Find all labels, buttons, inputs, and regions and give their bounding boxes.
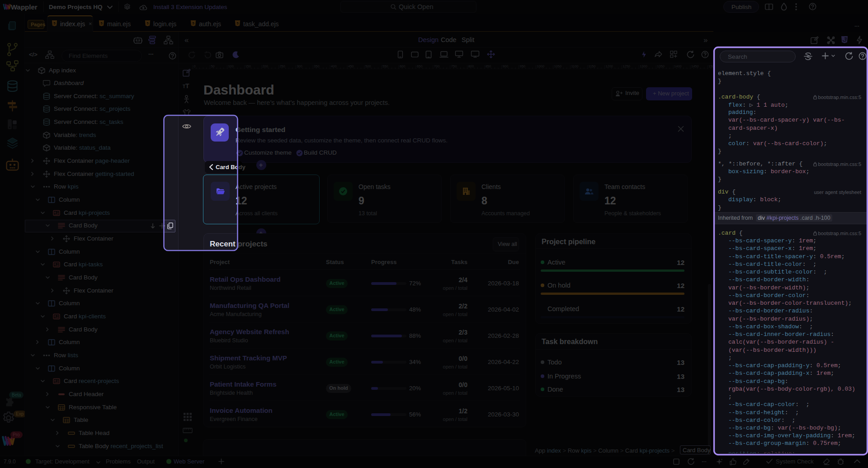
svg-text:900: 900 <box>503 64 509 68</box>
svg-text:800: 800 <box>468 64 474 68</box>
svg-text:150: 150 <box>245 64 251 68</box>
svg-text:200: 200 <box>262 64 268 68</box>
svg-text:450: 450 <box>348 64 354 68</box>
svg-text:600: 600 <box>400 64 406 68</box>
svg-text:750: 750 <box>451 64 457 68</box>
svg-text:300: 300 <box>297 64 302 68</box>
svg-text:1350: 1350 <box>657 64 665 68</box>
svg-text:500: 500 <box>365 64 371 68</box>
svg-text:1250: 1250 <box>623 64 630 68</box>
svg-text:1200: 1200 <box>605 64 613 68</box>
svg-text:100: 100 <box>228 64 234 68</box>
svg-text:5: 5 <box>53 21 56 25</box>
svg-text:1100: 1100 <box>571 64 578 68</box>
svg-text:700: 700 <box>434 64 440 68</box>
svg-text:650: 650 <box>417 64 423 68</box>
svg-text:1150: 1150 <box>588 64 595 68</box>
svg-text:50: 50 <box>211 64 214 68</box>
svg-text:1000: 1000 <box>537 64 545 68</box>
svg-text:1050: 1050 <box>554 64 562 68</box>
svg-text:1300: 1300 <box>640 64 647 68</box>
svg-text:5: 5 <box>100 21 103 25</box>
svg-text:1450: 1450 <box>691 64 699 68</box>
svg-text:550: 550 <box>382 64 388 68</box>
svg-text:1400: 1400 <box>674 64 682 68</box>
svg-text:350: 350 <box>314 64 320 68</box>
svg-text:950: 950 <box>520 64 526 68</box>
svg-text:0: 0 <box>194 64 196 68</box>
svg-text:400: 400 <box>331 64 337 68</box>
svg-text:850: 850 <box>486 64 491 68</box>
svg-text:5: 5 <box>236 21 239 25</box>
svg-text:5: 5 <box>192 21 194 25</box>
svg-text:5: 5 <box>146 21 149 25</box>
svg-text:250: 250 <box>279 64 285 68</box>
